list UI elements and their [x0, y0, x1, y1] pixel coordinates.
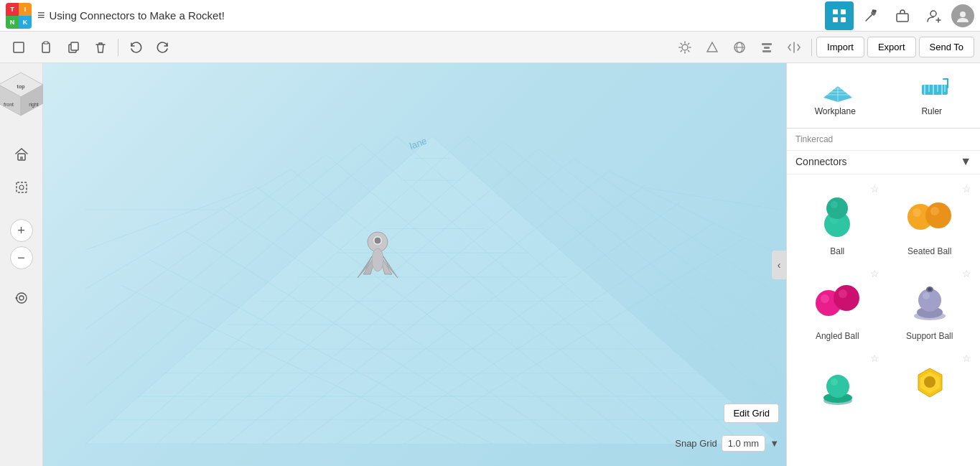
support-ball-label: Support Ball: [906, 331, 953, 341]
align-button[interactable]: [754, 34, 780, 60]
delete-button[interactable]: [88, 34, 113, 60]
svg-rect-93: [922, 85, 948, 95]
projects-button[interactable]: [888, 1, 917, 30]
title-section: ≡ Using Connectors to Make a Rocket!: [37, 8, 819, 23]
library-category: Tinkercad: [787, 129, 980, 151]
shape-button[interactable]: [699, 34, 725, 60]
new-shape-button[interactable]: [6, 34, 32, 60]
svg-point-105: [913, 208, 921, 217]
grid-view-button[interactable]: [825, 1, 854, 30]
shape5-item[interactable]: ☆: [793, 350, 882, 421]
shape5-favorite-button[interactable]: ☆: [870, 353, 879, 364]
nav-cube-container[interactable]: top front right: [0, 69, 48, 123]
avatar-icon: [956, 9, 970, 23]
seated-ball-svg: [902, 188, 956, 242]
support-ball-favorite-button[interactable]: ☆: [962, 268, 971, 279]
snap-grid-label: Snap Grid: [675, 438, 717, 449]
library-dropdown-arrow: ▼: [960, 155, 971, 168]
svg-line-77: [610, 172, 780, 255]
angled-ball-svg: [811, 273, 864, 327]
shape6-favorite-button[interactable]: ☆: [962, 353, 971, 364]
library-selector[interactable]: Connectors ▼: [787, 151, 980, 174]
mirror-button[interactable]: [781, 34, 807, 60]
snap-value-display: 1.0 mm: [722, 435, 765, 452]
home-view-button[interactable]: [7, 140, 36, 169]
send-to-button[interactable]: Send To: [919, 37, 974, 57]
rotate-button[interactable]: [7, 284, 36, 312]
workplane-button[interactable]: Workplane: [787, 70, 884, 121]
isometric-grid: lane: [43, 63, 786, 466]
fit-icon: [14, 180, 29, 195]
seated-ball-favorite-button[interactable]: ☆: [962, 183, 971, 195]
svg-point-117: [928, 287, 932, 291]
svg-text:top: top: [17, 84, 25, 90]
ruler-button[interactable]: Ruler: [884, 70, 981, 121]
shape5-image: [808, 355, 866, 413]
svg-rect-10: [44, 42, 48, 44]
svg-point-82: [375, 238, 381, 243]
top-right-tools: [825, 1, 974, 30]
duplicate-icon: [66, 40, 80, 55]
shape6-item[interactable]: ☆: [885, 350, 975, 421]
svg-rect-18: [764, 47, 770, 49]
new-icon: [11, 40, 26, 55]
view-tools-group: [672, 34, 807, 60]
logo-t: T: [6, 3, 19, 16]
ball-shape-item[interactable]: ☆ Ball: [793, 180, 882, 262]
seated-ball-shape-item[interactable]: ☆ Seated Ball: [885, 180, 975, 262]
support-ball-shape-item[interactable]: ☆ Support Ball: [885, 265, 975, 347]
panel-collapse-arrow[interactable]: ‹: [772, 251, 786, 279]
fit-view-button[interactable]: [7, 173, 36, 202]
user-avatar[interactable]: [951, 4, 974, 27]
svg-point-109: [821, 294, 829, 303]
zoom-out-button[interactable]: −: [10, 246, 33, 269]
import-button[interactable]: Import: [816, 37, 864, 57]
ball-favorite-button[interactable]: ☆: [870, 183, 879, 195]
snap-grid-row: Snap Grid 1.0 mm ▼: [675, 435, 779, 452]
undo-icon: [129, 40, 143, 55]
minus-icon: −: [17, 251, 25, 266]
tools-button[interactable]: [857, 1, 885, 30]
viewport[interactable]: lane: [43, 63, 786, 466]
ball-label: Ball: [830, 246, 844, 256]
svg-rect-12: [71, 42, 78, 50]
home-icon: [14, 146, 29, 162]
svg-point-102: [826, 197, 848, 219]
svg-point-111: [839, 289, 847, 298]
logo-n: N: [6, 16, 19, 29]
angled-ball-favorite-button[interactable]: ☆: [870, 268, 879, 279]
svg-point-7: [960, 11, 966, 17]
top-bar: T I N K ≡ Using Connectors to Make a Roc…: [0, 0, 980, 32]
svg-rect-5: [897, 14, 908, 22]
redo-button[interactable]: [150, 34, 176, 60]
svg-rect-19: [762, 50, 771, 52]
action-buttons: Import Export Send To: [816, 37, 974, 57]
snap-dropdown-arrow[interactable]: ▼: [770, 438, 779, 449]
edit-grid-button[interactable]: Edit Grid: [724, 404, 779, 423]
svg-point-115: [923, 292, 930, 299]
svg-marker-34: [85, 136, 779, 444]
hamburger-menu[interactable]: ≡: [37, 8, 45, 23]
grid-toggle-button[interactable]: [727, 34, 752, 60]
svg-rect-0: [833, 9, 838, 14]
light-button[interactable]: [672, 34, 698, 60]
svg-rect-9: [42, 43, 50, 52]
svg-point-103: [831, 201, 838, 208]
svg-point-120: [826, 375, 849, 398]
svg-rect-17: [762, 43, 772, 45]
export-button[interactable]: Export: [867, 37, 916, 57]
svg-line-60: [85, 169, 291, 289]
redo-icon: [156, 40, 170, 55]
duplicate-button[interactable]: [60, 34, 86, 60]
svg-line-78: [645, 187, 779, 210]
shape-icon: [705, 40, 719, 55]
add-user-button[interactable]: [920, 1, 948, 30]
seated-ball-image: [901, 186, 958, 243]
zoom-in-button[interactable]: +: [10, 219, 33, 242]
trash-icon: [93, 40, 108, 55]
undo-button[interactable]: [123, 34, 149, 60]
svg-point-32: [15, 297, 17, 299]
clipboard-button[interactable]: [33, 34, 59, 60]
tinkercad-logo[interactable]: T I N K: [6, 3, 32, 29]
angled-ball-shape-item[interactable]: ☆ Angled Ball: [793, 265, 882, 347]
